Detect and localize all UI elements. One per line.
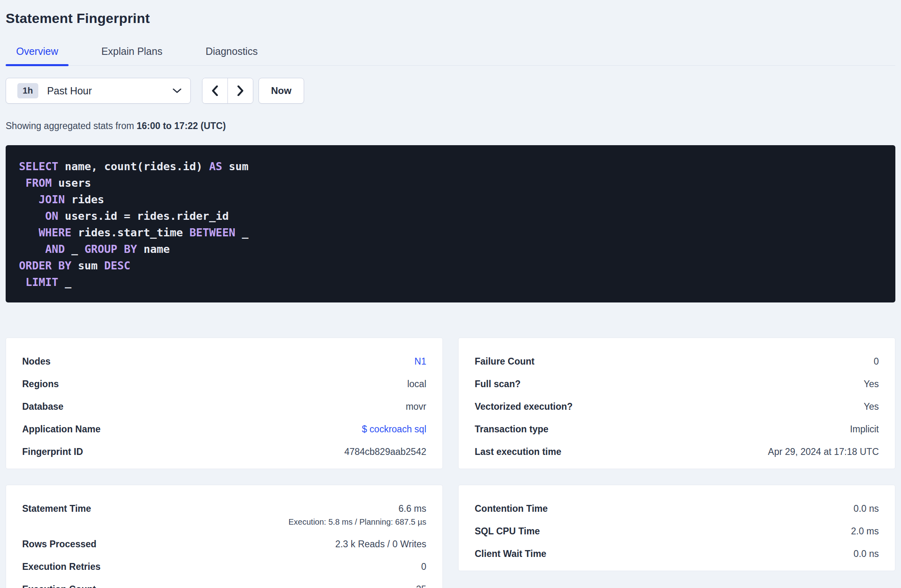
time-range-summary: Showing aggregated stats from 16:00 to 1… <box>6 121 895 131</box>
contention-time-value-wrap: 0.0 ns <box>853 503 879 514</box>
sql-line: FROM users <box>19 175 882 191</box>
fingerprint-id-value-wrap: 4784cb829aab2542 <box>344 446 426 457</box>
contention-time-value: 0.0 ns <box>853 503 879 514</box>
sql-line: ORDER BY sum DESC <box>19 257 882 274</box>
statement-time-subvalue: Execution: 5.8 ms / Planning: 687.5 µs <box>288 517 426 527</box>
client-wait-time-label: Client Wait Time <box>475 548 546 559</box>
sql-text: sum <box>71 259 104 272</box>
tab-overview[interactable]: Overview <box>6 41 69 65</box>
statement-times-card: Statement Time6.6 msExecution: 5.8 ms / … <box>6 485 443 588</box>
statement-time-value: 6.6 ms <box>288 503 426 514</box>
statement-time-label: Statement Time <box>22 503 91 514</box>
sql-text: users <box>52 177 91 189</box>
database-value: movr <box>406 401 426 412</box>
stat-row-full-scan: Full scan?Yes <box>475 373 879 395</box>
stat-row-statement-time: Statement Time6.6 msExecution: 5.8 ms / … <box>22 497 426 533</box>
sql-keyword: DESC <box>104 259 130 272</box>
sql-line: ON users.id = rides.rider_id <box>19 208 882 224</box>
sql-keyword: GROUP BY <box>85 243 137 255</box>
last-execution-time-value-wrap: Apr 29, 2024 at 17:18 UTC <box>768 446 879 457</box>
sql-cpu-time-value: 2.0 ms <box>851 525 879 537</box>
transaction-type-label: Transaction type <box>475 423 549 435</box>
stat-row-database: Databasemovr <box>22 395 426 418</box>
sql-text: _ <box>235 226 248 239</box>
failure-count-value-wrap: 0 <box>874 356 879 367</box>
last-execution-time-value: Apr 29, 2024 at 17:18 UTC <box>768 446 879 457</box>
sql-keyword: ORDER BY <box>19 259 71 272</box>
now-button[interactable]: Now <box>259 78 304 104</box>
sql-text: name <box>137 243 170 255</box>
chevron-down-icon <box>173 88 181 94</box>
sql-text <box>19 243 45 255</box>
nodes-link[interactable]: N1 <box>415 356 426 367</box>
sql-statement-box: SELECT name, count(rides.id) AS sum FROM… <box>6 145 895 302</box>
database-label: Database <box>22 401 63 412</box>
transaction-type-value-wrap: Implicit <box>850 423 879 435</box>
stats-cards-grid: NodesN1RegionslocalDatabasemovrApplicati… <box>6 338 895 588</box>
sql-line: JOIN rides <box>19 191 882 208</box>
application-name-link[interactable]: $ cockroach sql <box>362 423 426 435</box>
application-name-value-wrap: $ cockroach sql <box>362 423 426 435</box>
next-time-button[interactable] <box>227 78 253 103</box>
vectorized-execution-label: Vectorized execution? <box>475 401 573 412</box>
sql-text: _ <box>58 276 72 288</box>
stat-row-contention-time: Contention Time0.0 ns <box>475 497 879 520</box>
stat-row-rows-processed: Rows Processed2.3 k Reads / 0 Writes <box>22 533 426 555</box>
execution-count-value-wrap: 25 <box>416 584 426 588</box>
regions-value: local <box>407 378 426 390</box>
sql-line: SELECT name, count(rides.id) AS sum <box>19 158 882 175</box>
sql-text <box>19 193 39 206</box>
tab-explain-plans[interactable]: Explain Plans <box>91 41 173 65</box>
sql-text <box>19 210 45 222</box>
sql-keyword: ON <box>45 210 58 222</box>
sql-keyword: JOIN <box>39 193 65 206</box>
tab-diagnostics[interactable]: Diagnostics <box>195 41 268 65</box>
execution-count-value: 25 <box>416 584 426 588</box>
last-execution-time-label: Last execution time <box>475 446 561 457</box>
sql-keyword: AND <box>45 243 65 255</box>
stat-row-regions: Regionslocal <box>22 373 426 395</box>
execution-attributes-card: Failure Count0Full scan?YesVectorized ex… <box>458 338 895 469</box>
fingerprint-id-value: 4784cb829aab2542 <box>344 446 426 457</box>
stat-row-nodes: NodesN1 <box>22 350 426 373</box>
wait-times-card: Contention Time0.0 nsSQL CPU Time2.0 msC… <box>458 485 895 571</box>
stat-row-failure-count: Failure Count0 <box>475 350 879 373</box>
stat-row-transaction-type: Transaction typeImplicit <box>475 418 879 440</box>
full-scan-value: Yes <box>863 378 879 390</box>
sql-text: name, count(rides.id) <box>58 160 209 173</box>
transaction-type-value: Implicit <box>850 423 879 435</box>
sql-keyword: SELECT <box>19 160 58 173</box>
full-scan-label: Full scan? <box>475 378 521 390</box>
stat-row-application-name: Application Name$ cockroach sql <box>22 418 426 440</box>
time-interval-badge: 1h <box>17 83 38 98</box>
time-interval-label: Past Hour <box>47 85 173 97</box>
failure-count-label: Failure Count <box>475 356 534 367</box>
chevron-left-icon <box>212 85 218 96</box>
vectorized-execution-value-wrap: Yes <box>863 401 879 412</box>
tab-bar: Overview Explain Plans Diagnostics <box>6 41 895 66</box>
application-name-label: Application Name <box>22 423 100 435</box>
sql-text <box>19 276 25 288</box>
nodes-value-wrap: N1 <box>415 356 426 367</box>
stat-row-sql-cpu-time: SQL CPU Time2.0 ms <box>475 520 879 542</box>
chevron-right-icon <box>237 85 244 96</box>
sql-cpu-time-value-wrap: 2.0 ms <box>851 525 879 537</box>
stat-row-execution-retries: Execution Retries0 <box>22 555 426 578</box>
sql-text: sum <box>222 160 248 173</box>
time-interval-dropdown[interactable]: 1h Past Hour <box>6 78 191 104</box>
sql-keyword: WHERE <box>39 226 71 239</box>
previous-time-button[interactable] <box>202 78 227 103</box>
time-range-summary-range: 16:00 to 17:22 (UTC) <box>137 121 226 131</box>
execution-count-label: Execution Count <box>22 584 96 588</box>
rows-processed-value-wrap: 2.3 k Reads / 0 Writes <box>335 538 426 550</box>
sql-keyword: FROM <box>25 177 52 189</box>
sql-line: LIMIT _ <box>19 274 882 290</box>
stat-row-vectorized-execution: Vectorized execution?Yes <box>475 395 879 418</box>
stat-row-client-wait-time: Client Wait Time0.0 ns <box>475 542 879 565</box>
sql-text <box>19 226 39 239</box>
database-value-wrap: movr <box>406 401 426 412</box>
execution-retries-value-wrap: 0 <box>421 561 426 572</box>
sql-text: users.id = rides.rider_id <box>58 210 229 222</box>
sql-keyword: AS <box>209 160 222 173</box>
page-title: Statement Fingerprint <box>6 0 895 26</box>
